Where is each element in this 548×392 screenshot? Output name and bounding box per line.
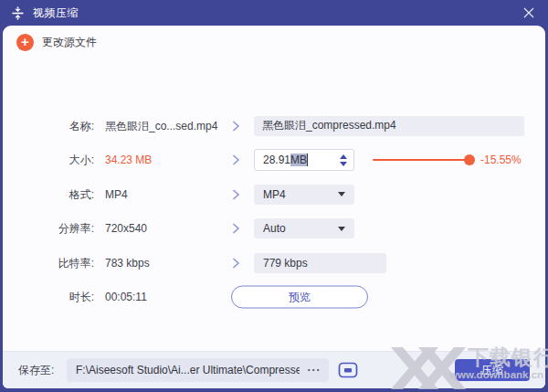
chevron-right-icon [232, 257, 240, 269]
change-source-button[interactable]: + 更改源文件 [16, 32, 97, 52]
name-label: 名称: [14, 118, 94, 133]
footer-bar: 保存至: F:\Aiseesoft Studio\Ai...er Ultimat… [3, 351, 545, 388]
resolution-label: 分辨率: [14, 221, 94, 237]
duration-label: 时长: [14, 290, 94, 305]
bitrate-original-value: 783 kbps [105, 257, 150, 270]
target-size-number: 28.91 [263, 154, 290, 166]
bitrate-output-value: 779 kbps [263, 257, 308, 270]
duration-value: 00:05:11 [105, 291, 147, 303]
dropdown-arrow-icon [338, 227, 345, 231]
folder-icon [338, 362, 358, 378]
close-button[interactable] [515, 0, 543, 26]
size-reduction-percent: -15.55% [480, 154, 522, 166]
format-select-value: MP4 [263, 188, 286, 201]
resolution-original-value: 720x540 [105, 222, 147, 235]
save-path-field[interactable]: F:\Aiseesoft Studio\Ai...er Ultimate\Com… [67, 358, 329, 382]
bitrate-label: 比特率: [14, 255, 94, 270]
spin-up-icon[interactable] [340, 154, 347, 159]
preview-button[interactable]: 预览 [231, 286, 368, 309]
bitrate-output-field: 779 kbps [254, 253, 386, 273]
text-caret [307, 154, 308, 166]
video-compress-window: 视频压缩 + 更改源文件 名称: 黑色眼泪_co...sed.mp4 [0, 0, 548, 392]
output-name-input[interactable] [254, 116, 524, 136]
name-row: 名称: 黑色眼泪_co...sed.mp4 [3, 109, 545, 143]
window-title: 视频压缩 [33, 5, 79, 21]
size-slider[interactable] [373, 154, 475, 165]
chevron-right-icon [232, 188, 240, 200]
bitrate-row: 比特率: 783 kbps 779 kbps [3, 246, 545, 281]
chevron-right-icon [232, 120, 240, 132]
slider-track[interactable] [373, 159, 473, 161]
size-row: 大小: 34.23 MB 28.91MB -15.55% [3, 143, 545, 178]
resolution-select-value: Auto [263, 222, 286, 235]
settings-form: 名称: 黑色眼泪_co...sed.mp4 大小: 34.23 MB 28.91… [3, 109, 545, 314]
resolution-row: 分辨率: 720x540 Auto [3, 212, 545, 247]
titlebar: 视频压缩 [0, 0, 548, 26]
change-source-label: 更改源文件 [42, 35, 97, 50]
dropdown-arrow-icon [338, 192, 345, 196]
format-original-value: MP4 [105, 188, 128, 201]
chevron-right-icon [232, 154, 240, 166]
slider-handle[interactable] [464, 154, 475, 165]
browse-more-button[interactable]: ··· [300, 364, 329, 376]
size-spinner[interactable] [340, 150, 347, 170]
format-select[interactable]: MP4 [254, 185, 354, 205]
size-original-value: 34.23 MB [105, 154, 152, 166]
size-label: 大小: [14, 153, 94, 168]
compress-button[interactable]: 压缩 [455, 359, 530, 381]
save-path-value: F:\Aiseesoft Studio\Ai...er Ultimate\Com… [67, 364, 300, 376]
compress-icon [11, 6, 25, 20]
target-size-input[interactable]: 28.91MB [254, 149, 354, 171]
close-icon [523, 7, 534, 18]
open-folder-button[interactable] [338, 362, 358, 378]
duration-row: 时长: 00:05:11 预览 [3, 281, 545, 315]
chevron-right-icon [232, 223, 240, 235]
main-panel: + 更改源文件 名称: 黑色眼泪_co...sed.mp4 大小: 34.23 … [3, 26, 545, 388]
format-label: 格式: [14, 186, 94, 202]
target-size-unit-selected: MB [290, 154, 307, 166]
name-original-value: 黑色眼泪_co...sed.mp4 [105, 118, 217, 133]
format-row: 格式: MP4 MP4 [3, 177, 545, 212]
plus-icon: + [16, 34, 34, 51]
resolution-select[interactable]: Auto [254, 218, 354, 238]
save-to-label: 保存至: [18, 363, 54, 378]
spin-down-icon[interactable] [340, 162, 347, 166]
